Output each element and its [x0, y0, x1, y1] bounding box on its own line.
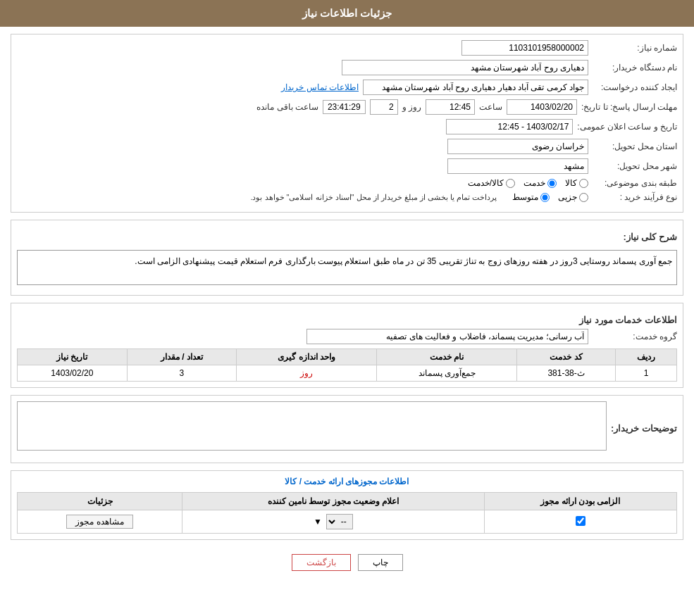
buyer-org-label: نام دستگاه خریدار:: [593, 63, 677, 73]
deadline-days-label: روز و: [402, 102, 421, 112]
delivery-province-row: استان محل تحویل:: [17, 139, 677, 154]
services-section: اطلاعات خدمات مورد نیاز گروه خدمت: ردیف …: [11, 303, 683, 388]
category-radio-kala[interactable]: [579, 179, 588, 188]
need-number-input[interactable]: [461, 40, 588, 56]
service-group-label: گروه خدمت:: [593, 332, 677, 341]
need-number-row: شماره نیاز:: [17, 40, 677, 56]
deadline-time-label: ساعت: [479, 102, 502, 112]
requester-label: ایجاد کننده درخواست:: [593, 82, 677, 92]
buyer-notes-title: توضیحات خریدار:: [611, 423, 677, 434]
perm-cell-view: مشاهده مجوز: [18, 510, 182, 534]
announce-date-row: تاریخ و ساعت اعلان عمومی:: [17, 119, 677, 134]
table-row: 1 ث-38-381 جمع‌آوری پسماند روز 3 1403/02…: [18, 365, 677, 382]
process-type-row: نوع فرآیند خرید : جزیی متوسط پرداخت تمام…: [17, 192, 677, 202]
permissions-section: اطلاعات مجوزهای ارائه خدمت / کالا الزامی…: [11, 470, 683, 540]
category-label-khedmat: خدمت: [523, 178, 545, 188]
general-info-section: شماره نیاز: نام دستگاه خریدار: ایجاد کنن…: [11, 34, 683, 213]
description-row: شرح کلی نیاز:: [17, 226, 677, 246]
buyer-notes-row: توضیحات خریدار:: [17, 401, 677, 453]
buyer-org-row: نام دستگاه خریدار:: [17, 60, 677, 75]
delivery-province-label: استان محل تحویل:: [593, 142, 677, 151]
requester-input[interactable]: [363, 80, 588, 95]
perm-col-status: اعلام وضعیت مجوز توسط نامین کننده: [182, 493, 484, 510]
category-label-both: کالا/خدمت: [468, 178, 504, 188]
services-title: اطلاعات خدمات مورد نیاز: [17, 315, 677, 325]
category-radio-both[interactable]: [506, 179, 515, 188]
deadline-time-input[interactable]: [426, 99, 475, 115]
process-label-motes: متوسط: [512, 192, 538, 202]
description-text: جمع آوری پسماند روستایی 3روز در هفته روز…: [17, 250, 677, 285]
print-button[interactable]: چاپ: [358, 554, 403, 571]
cell-name: جمع‌آوری پسماند: [377, 365, 517, 382]
col-header-code: کد خدمت: [517, 349, 616, 365]
process-radio-jozi[interactable]: [579, 193, 588, 202]
view-permit-button[interactable]: مشاهده مجوز: [66, 515, 132, 529]
announce-date-label: تاریخ و ساعت اعلان عمومی:: [577, 122, 677, 132]
category-option-both[interactable]: کالا/خدمت: [468, 178, 515, 188]
services-table: ردیف کد خدمت نام خدمت واحد اندازه گیری ت…: [17, 348, 677, 382]
service-group-input[interactable]: [306, 329, 588, 344]
perm-required-checkbox[interactable]: [576, 516, 585, 526]
description-section: شرح کلی نیاز: جمع آوری پسماند روستایی 3ر…: [11, 220, 683, 296]
deadline-row: مهلت ارسال پاسخ: تا تاریخ: ساعت روز و 23…: [17, 99, 677, 115]
category-option-kala[interactable]: کالا: [565, 178, 588, 188]
service-group-row: گروه خدمت:: [17, 329, 677, 344]
cell-row: 1: [616, 365, 677, 382]
perm-status-select[interactable]: --: [326, 514, 353, 529]
description-title: شرح کلی نیاز:: [623, 232, 677, 242]
page-title: جزئیات اطلاعات نیاز: [302, 7, 392, 19]
need-number-label: شماره نیاز:: [593, 43, 677, 53]
perm-cell-required: [484, 510, 676, 534]
category-label: طبقه بندی موضوعی:: [593, 178, 677, 188]
cell-code: ث-38-381: [517, 365, 616, 382]
perm-cell-status: -- ▼: [182, 510, 484, 534]
perm-col-required: الزامی بودن ارائه مجوز: [484, 493, 676, 510]
delivery-city-input[interactable]: [447, 158, 588, 174]
category-radio-khedmat[interactable]: [547, 179, 557, 188]
permissions-title: اطلاعات مجوزهای ارائه خدمت / کالا: [17, 477, 677, 486]
deadline-date-input[interactable]: [507, 99, 577, 115]
buyer-notes-textarea[interactable]: [17, 401, 607, 451]
chevron-down-icon: ▼: [314, 517, 322, 527]
col-header-name: نام خدمت: [377, 349, 517, 365]
col-header-date: تاریخ نیاز: [18, 349, 128, 365]
category-row: طبقه بندی موضوعی: کالا خدمت کالا/خدمت: [17, 178, 677, 188]
permissions-table: الزامی بودن ارائه مجوز اعلام وضعیت مجوز …: [17, 492, 677, 534]
announce-date-input[interactable]: [446, 119, 573, 134]
process-description: پرداخت تمام یا بخشی از مبلغ خریدار از مح…: [250, 193, 497, 202]
process-type-label: نوع فرآیند خرید :: [593, 192, 677, 202]
cell-unit: روز: [237, 365, 377, 382]
footer-buttons: چاپ بازگشت: [11, 554, 683, 571]
contact-link[interactable]: اطلاعات تماس خریدار: [281, 82, 359, 92]
process-label-jozi: جزیی: [558, 192, 577, 202]
deadline-remaining-label: ساعت باقی مانده: [256, 102, 318, 112]
page-header: جزئیات اطلاعات نیاز: [0, 0, 694, 27]
perm-col-details: جزئیات: [18, 493, 182, 510]
perm-table-row: -- ▼ مشاهده مجوز: [18, 510, 677, 534]
cell-date: 1403/02/20: [18, 365, 128, 382]
delivery-city-label: شهر محل تحویل:: [593, 161, 677, 171]
cell-qty: 3: [127, 365, 237, 382]
delivery-city-row: شهر محل تحویل:: [17, 158, 677, 174]
delivery-province-input[interactable]: [447, 139, 588, 154]
category-option-khedmat[interactable]: خدمت: [523, 178, 557, 188]
category-label-kala: کالا: [565, 178, 577, 188]
process-option-jozi[interactable]: جزیی: [558, 192, 588, 202]
buyer-notes-section: توضیحات خریدار:: [11, 395, 683, 463]
deadline-label: مهلت ارسال پاسخ: تا تاریخ:: [581, 102, 677, 112]
process-radio-motes[interactable]: [540, 193, 550, 202]
deadline-timer: 23:41:29: [323, 100, 366, 114]
back-button[interactable]: بازگشت: [292, 554, 351, 571]
buyer-org-input[interactable]: [342, 60, 588, 75]
col-header-unit: واحد اندازه گیری: [237, 349, 377, 365]
col-header-qty: تعداد / مقدار: [127, 349, 237, 365]
col-header-row: ردیف: [616, 349, 677, 365]
process-option-motes[interactable]: متوسط: [512, 192, 550, 202]
requester-row: ایجاد کننده درخواست: اطلاعات تماس خریدار: [17, 80, 677, 95]
deadline-days-input[interactable]: [370, 99, 398, 115]
process-radio-group: جزیی متوسط پرداخت تمام یا بخشی از مبلغ خ…: [250, 192, 588, 202]
category-radio-group: کالا خدمت کالا/خدمت: [468, 178, 588, 188]
